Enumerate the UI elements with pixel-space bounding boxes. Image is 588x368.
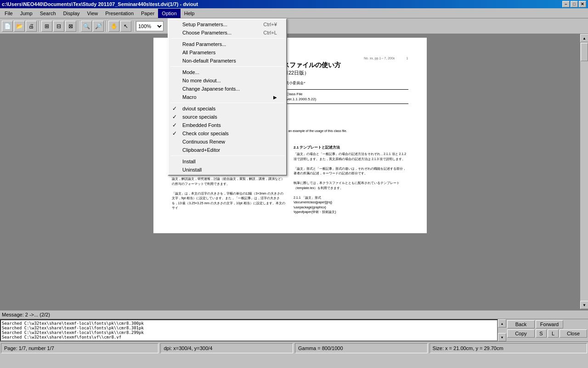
copy-button[interactable]: Copy	[507, 329, 535, 338]
macro-arrow-icon: ▶	[273, 95, 277, 100]
menu-uninstall[interactable]: Uninstall	[169, 166, 286, 174]
log-header: Message: 2 ->... (2/2)	[0, 310, 588, 319]
menu-jump[interactable]: Jump	[17, 9, 36, 18]
titlebar: c:\Users\NEO440\Documents\Tex\Study 2011…	[0, 0, 588, 8]
vertical-scrollbar: ▲ ▼	[580, 34, 588, 309]
macro-label: Macro	[182, 94, 197, 100]
titlebar-buttons: − □ ✕	[562, 1, 586, 7]
toolbar-zoom-in-button[interactable]: 🔎	[93, 21, 104, 32]
menu-change-japanese-fonts[interactable]: Change Japanese fonts...	[169, 85, 286, 93]
toolbar-select-button[interactable]: ↖	[120, 21, 131, 32]
menu-setup-parameters[interactable]: Setup Parameters... Ctrl+¥	[169, 20, 286, 29]
log-scroll-track[interactable]	[498, 328, 506, 333]
menu-install[interactable]: Install	[169, 157, 286, 166]
menu-non-default-parameters[interactable]: Non-default Parameters	[169, 57, 286, 65]
document-area: No. xx, pp.1～7, 200x 1 LATEX 2ε クラスファイルの…	[0, 34, 580, 309]
scroll-track[interactable]	[580, 42, 588, 301]
menu-sep-1	[170, 38, 284, 39]
scroll-thumb[interactable]	[581, 43, 588, 61]
embedded-fonts-label: Embedded Fonts	[182, 122, 221, 128]
log-line-3: Searched C:\w32tex\share\texmf-local\fon…	[2, 330, 496, 335]
close-button[interactable]: ✕	[579, 1, 586, 7]
log-line-1: Searched C:\w32tex\share\texmf-local\fon…	[2, 321, 496, 326]
source-specials-label: source specials	[182, 114, 217, 120]
maximize-button[interactable]: □	[571, 1, 578, 7]
menu-mode[interactable]: Mode...	[169, 68, 286, 76]
scroll-up-button[interactable]: ▲	[580, 34, 588, 42]
menu-sep-2	[170, 66, 284, 67]
toolbar-fit-height-button[interactable]: ⊠	[65, 21, 76, 32]
toolbar-fit-page-button[interactable]: ⊞	[41, 21, 52, 32]
toolbar-hand-button[interactable]: ✋	[108, 21, 119, 32]
close-log-button[interactable]: Close	[560, 329, 587, 338]
source-specials-check-icon: ✓	[172, 114, 177, 120]
change-japanese-fonts-label: Change Japanese fonts...	[182, 86, 240, 92]
toolbar-new-button[interactable]: 📄	[2, 21, 13, 32]
log-scrollbar: ▲ ▼	[498, 319, 506, 341]
menu-search[interactable]: Search	[36, 9, 60, 18]
menu-read-parameters[interactable]: Read Parameters...	[169, 40, 286, 48]
toolbar-sep-1	[39, 21, 40, 32]
menubar: File Jump Search Display View Presentati…	[0, 8, 588, 18]
menu-embedded-fonts[interactable]: ✓ Embedded Fonts	[169, 121, 286, 129]
no-more-dviout-label: No more dviout...	[182, 78, 221, 83]
menu-sep-3	[170, 103, 284, 103]
toolbar-fit-width-button[interactable]: ⊟	[53, 21, 64, 32]
log-row: Searched C:\w32tex\share\texmf-local\fon…	[0, 319, 588, 341]
menu-clipboard-editor[interactable]: Clipboard+Editor	[169, 146, 286, 154]
menu-help[interactable]: Help	[181, 9, 198, 18]
menu-macro[interactable]: Macro ▶	[169, 93, 286, 101]
doc-template-text: 「論文」の場合と「一般記事」の場合の記述方法をそれぞれ，2.1.1 項と 2.1…	[294, 152, 408, 215]
doc-section21: 2.1 テンプレートと記述方法	[294, 145, 408, 150]
scroll-down-button[interactable]: ▼	[580, 301, 588, 309]
toolbar-zoom-out-button[interactable]: 🔍	[81, 21, 92, 32]
menu-check-color-specials[interactable]: ✓ Check color specials	[169, 129, 286, 138]
status-gamma: Gamma = 800/1000	[295, 343, 428, 353]
menu-file[interactable]: File	[1, 9, 17, 18]
minimize-button[interactable]: −	[562, 1, 570, 7]
read-parameters-label: Read Parameters...	[182, 41, 226, 47]
log-button[interactable]: Forward	[536, 320, 563, 328]
bottom-area: Message: 2 ->... (2/2) Searched C:\w32te…	[0, 309, 588, 351]
menu-paper[interactable]: Paper	[137, 9, 158, 18]
non-default-parameters-label: Non-default Parameters	[182, 58, 236, 63]
log-message-label: Message: 2 ->... (2/2)	[2, 312, 50, 317]
choose-parameters-shortcut: Ctrl+L	[263, 30, 277, 35]
l-button[interactable]: L	[548, 329, 559, 338]
s-button[interactable]: S	[536, 329, 547, 338]
menu-choose-parameters[interactable]: Choose Parameters... Ctrl+L	[169, 29, 286, 37]
toolbar-sep-2	[78, 21, 79, 32]
setup-parameters-shortcut: Ctrl+¥	[263, 22, 277, 27]
option-dropdown-menu: Setup Parameters... Ctrl+¥ Choose Parame…	[168, 18, 287, 176]
menu-continuous-renew[interactable]: Continuous Renew	[169, 138, 286, 146]
log-scroll-up[interactable]: ▲	[498, 319, 506, 328]
choose-parameters-label: Choose Parameters...	[182, 30, 232, 35]
back-button[interactable]: Back	[507, 320, 535, 328]
log-buttons-row2: Copy S L Close	[507, 329, 587, 338]
menu-display[interactable]: Display	[60, 9, 84, 18]
mode-label: Mode...	[182, 69, 199, 75]
toolbar-print-button[interactable]: 🖨	[26, 21, 37, 32]
menu-dviout-specials[interactable]: ✓ dviout specials	[169, 104, 286, 113]
menu-option[interactable]: Option	[158, 9, 180, 18]
dviout-specials-label: dviout specials	[182, 106, 215, 111]
menu-no-more-dviout[interactable]: No more dviout...	[169, 76, 286, 85]
check-color-specials-label: Check color specials	[182, 131, 229, 136]
log-scroll-down[interactable]: ▼	[498, 333, 506, 341]
status-page: Page: 1/7, number 1/7	[1, 343, 158, 353]
check-color-specials-check-icon: ✓	[172, 130, 177, 137]
menu-source-specials[interactable]: ✓ source specials	[169, 113, 286, 121]
continuous-renew-label: Continuous Renew	[182, 139, 225, 144]
menu-all-parameters[interactable]: All Parameters	[169, 48, 286, 57]
all-parameters-label: All Parameters	[182, 50, 215, 55]
toolbar-sep-3	[106, 21, 107, 32]
zoom-select[interactable]: 100%	[136, 21, 164, 31]
toolbar-open-button[interactable]: 📂	[14, 21, 25, 32]
status-dpi: dpi: x=300/4, y=300/4	[160, 343, 293, 353]
log-text-area: Searched C:\w32tex\share\texmf-local\fon…	[0, 319, 498, 341]
menu-presentation[interactable]: Presentation	[102, 9, 137, 18]
statusbar: Page: 1/7, number 1/7 dpi: x=300/4, y=30…	[0, 341, 588, 354]
main-area: No. xx, pp.1～7, 200x 1 LATEX 2ε クラスファイルの…	[0, 34, 588, 309]
install-label: Install	[182, 159, 196, 164]
menu-view[interactable]: View	[84, 9, 102, 18]
